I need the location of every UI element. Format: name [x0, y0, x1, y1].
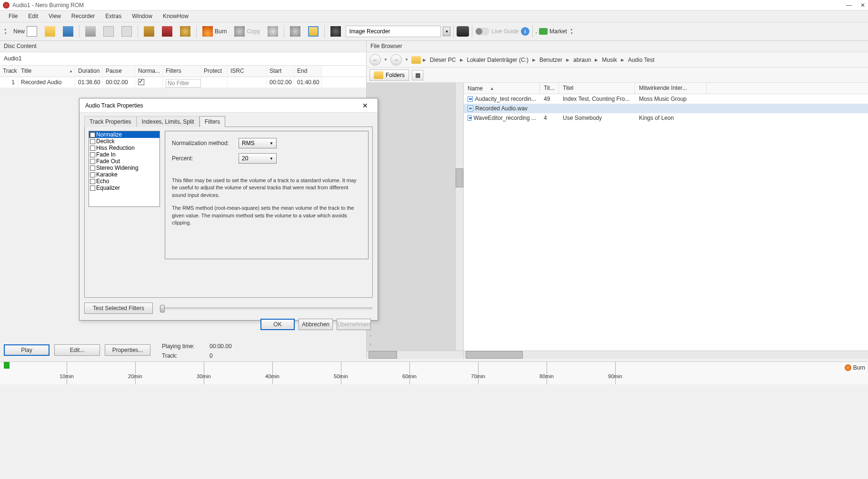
burn-badge[interactable]: Burn	[845, 364, 865, 371]
file-row[interactable]: WaveEditor_recording ... 4 Use Somebody …	[464, 113, 868, 123]
filter-fadeout[interactable]: Fade Out	[89, 158, 160, 165]
filter-normalize[interactable]: Normalize	[89, 131, 160, 138]
checkbox-icon[interactable]	[90, 186, 95, 191]
properties-button[interactable]: Properties...	[105, 344, 150, 356]
method-select[interactable]: RMS▼	[239, 138, 277, 148]
minimize-button[interactable]: —	[846, 2, 852, 9]
menu-edit[interactable]: Edit	[23, 11, 43, 21]
device-dropdown-button[interactable]: ▼	[443, 27, 450, 36]
save-button[interactable]	[60, 24, 76, 39]
checkbox-icon[interactable]	[90, 159, 95, 164]
tree-expand-icon[interactable]: ›	[368, 342, 373, 347]
col-track[interactable]: Track	[0, 66, 18, 77]
edit-button[interactable]: Edit...	[54, 344, 100, 356]
col-pause[interactable]: Pause	[103, 66, 135, 77]
crumb-drive[interactable]: Lokaler Datenträger (C:)	[465, 57, 530, 63]
info-icon[interactable]: i	[521, 27, 529, 36]
apply-button[interactable]: Übernehmen	[337, 319, 371, 330]
tree-vscrollbar[interactable]	[455, 83, 463, 351]
cancel-button[interactable]: Abbrechen	[299, 319, 333, 330]
col-normalize[interactable]: Norma...	[135, 66, 163, 77]
folders-button[interactable]: Folders	[369, 69, 409, 81]
checkbox-icon[interactable]	[90, 172, 95, 177]
file-list-hscrollbar[interactable]	[464, 351, 868, 359]
toolbar-grip-icon[interactable]: ▸▾	[3, 25, 9, 38]
eject-button[interactable]	[287, 24, 303, 39]
col-tit[interactable]: Tit...	[540, 83, 559, 94]
col-protect[interactable]: Protect	[201, 66, 228, 77]
file-row[interactable]: Recorded Audio.wav	[464, 104, 868, 113]
nav-forward-button[interactable]: →	[390, 54, 402, 66]
col-artist[interactable]: Mitwirkende Inter...	[635, 83, 707, 94]
checkbox-icon[interactable]	[90, 166, 95, 171]
slider-thumb[interactable]	[160, 305, 165, 313]
col-isrc[interactable]: ISRC	[228, 66, 267, 77]
dark-button[interactable]	[457, 26, 469, 37]
checkbox-icon[interactable]	[90, 146, 95, 151]
temple-button[interactable]	[141, 24, 157, 39]
toolbar-overflow-icon[interactable]: ▸▾	[569, 25, 575, 38]
play-button[interactable]: Play	[4, 344, 50, 356]
checkbox-icon[interactable]	[90, 139, 95, 144]
col-name[interactable]: Name ▲	[464, 83, 540, 94]
menu-file[interactable]: File	[4, 11, 22, 21]
col-duration[interactable]: Duration	[75, 66, 103, 77]
menu-recorder[interactable]: Recorder	[67, 11, 100, 21]
open-button[interactable]	[42, 24, 58, 39]
device-selector[interactable]: Image Recorder	[346, 26, 441, 37]
checkbox-icon[interactable]	[90, 132, 95, 137]
disc-button[interactable]	[177, 24, 193, 39]
test-filters-button[interactable]: Test Selected Filters	[84, 303, 153, 314]
close-button[interactable]: ✕	[860, 2, 865, 9]
filter-declick[interactable]: Declick	[89, 138, 160, 145]
crumb-users[interactable]: Benutzer	[538, 57, 564, 63]
percent-select[interactable]: 20▼	[239, 153, 277, 164]
filter-echo[interactable]: Echo	[89, 178, 160, 185]
crumb-music[interactable]: Musik	[600, 57, 619, 63]
tab-track-properties[interactable]: Track Properties	[84, 116, 137, 127]
view-mode-button[interactable]: ▦	[412, 70, 423, 80]
fwd-history-dropdown[interactable]: ▼	[404, 58, 409, 62]
crumb-pc[interactable]: Dieser PC	[428, 57, 458, 63]
cut-button[interactable]	[82, 24, 99, 39]
tab-indexes[interactable]: Indexes, Limits, Split	[137, 116, 200, 127]
filter-list[interactable]: Normalize Declick Hiss Reduction Fade In…	[89, 131, 160, 207]
dialog-titlebar[interactable]: Audio Track Properties ✕	[80, 98, 378, 113]
filter-eq[interactable]: Equalizer	[89, 185, 160, 191]
filter-karaoke[interactable]: Karaoke	[89, 171, 160, 178]
col-titel[interactable]: Titel	[559, 83, 635, 94]
track-row[interactable]: 1 Recorded Audio 01:38.60 00:02.00 No Fi…	[0, 77, 366, 88]
filter-fadein[interactable]: Fade In	[89, 151, 160, 158]
back-history-dropdown[interactable]: ▼	[383, 58, 389, 62]
timeline[interactable]: 10min 20min 30min 40min 50min 60min 70mi…	[0, 362, 868, 384]
live-guide-toggle[interactable]	[475, 28, 489, 35]
brush-button[interactable]	[159, 24, 175, 39]
menu-extras[interactable]: Extras	[100, 11, 126, 21]
new-button[interactable]: New	[10, 24, 40, 39]
market-label[interactable]: Market	[549, 28, 567, 35]
nav-back-button[interactable]: ←	[369, 54, 381, 66]
filter-stereo[interactable]: Stereo Widening	[89, 165, 160, 171]
explore-button[interactable]	[305, 24, 321, 39]
file-row[interactable]: Audacity_test recordin... 49 Index Test,…	[464, 94, 868, 104]
tab-filters[interactable]: Filters	[200, 116, 226, 127]
col-start[interactable]: Start	[267, 66, 294, 77]
secure-button[interactable]	[265, 24, 281, 39]
menu-window[interactable]: Window	[127, 11, 157, 21]
checkbox-icon[interactable]	[90, 152, 95, 157]
menu-knowhow[interactable]: KnowHow	[158, 11, 193, 21]
folder-tree[interactable]: › › › ›	[367, 83, 464, 359]
tree-hscrollbar[interactable]	[367, 351, 463, 359]
checkbox-checked-icon[interactable]	[138, 79, 144, 85]
copy-button[interactable]: Copy	[231, 24, 263, 39]
checkbox-icon[interactable]	[90, 179, 95, 184]
menu-view[interactable]: View	[44, 11, 66, 21]
filter-hiss[interactable]: Hiss Reduction	[89, 145, 160, 151]
col-end[interactable]: End	[294, 66, 322, 77]
ok-button[interactable]: OK	[260, 319, 295, 330]
col-filters[interactable]: Filters	[163, 66, 201, 77]
crumb-folder[interactable]: Audio Test	[626, 57, 657, 63]
timeline-marker[interactable]	[4, 362, 10, 369]
preview-slider[interactable]	[160, 307, 373, 309]
col-title[interactable]: Title▲	[18, 66, 75, 77]
